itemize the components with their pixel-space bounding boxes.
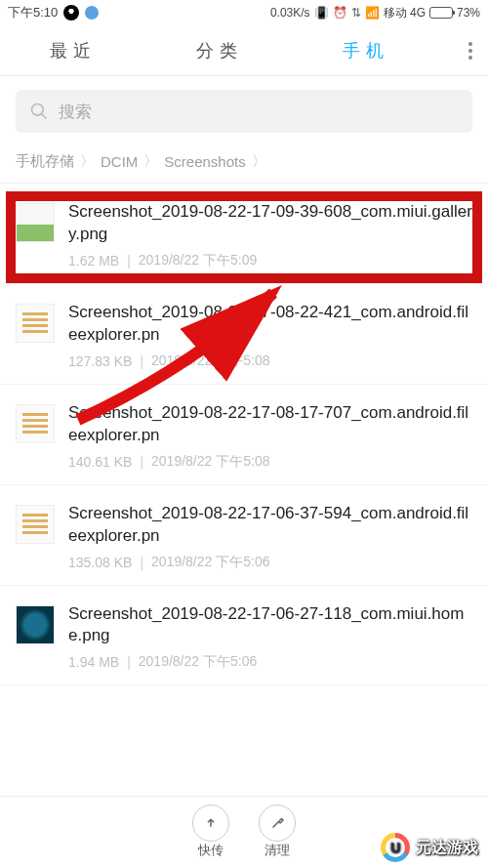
file-meta: 127.83 KB|2019/8/22 下午5:08	[68, 352, 472, 370]
file-size: 135.08 KB	[68, 555, 132, 570]
search-input[interactable]: 搜索	[16, 90, 472, 133]
app-notif-icon	[85, 6, 99, 20]
separator: |	[140, 555, 143, 570]
bottom-btn-label: 快传	[198, 842, 224, 859]
chevron-right-icon: 〉	[143, 152, 158, 171]
more-menu-icon[interactable]	[468, 42, 472, 60]
chevron-right-icon: 〉	[252, 152, 266, 171]
separator: |	[127, 253, 131, 269]
file-name: Screenshot_2019-08-22-17-06-37-594_com.a…	[68, 503, 472, 548]
qq-icon	[63, 5, 79, 21]
separator: |	[127, 654, 131, 670]
file-size: 1.62 MB	[68, 253, 119, 269]
vibrate-icon: 📳	[314, 6, 329, 20]
net-speed: 0.03K/s	[270, 6, 310, 20]
search-icon	[29, 102, 49, 121]
file-meta: 135.08 KB|2019/8/22 下午5:06	[68, 554, 472, 571]
watermark: 元达游戏	[381, 833, 478, 862]
carrier-label: 移动 4G	[384, 5, 426, 21]
bottom-btn-clean[interactable]: 清理	[259, 805, 296, 868]
tab-1[interactable]: 分类	[146, 39, 293, 62]
file-date: 2019/8/22 下午5:08	[151, 453, 269, 471]
svg-point-0	[32, 104, 44, 116]
status-bar: 下午5:10 0.03K/s 📳 ⏰ ⇅ 📶 移动 4G 73%	[0, 0, 488, 25]
file-size: 1.94 MB	[68, 654, 119, 670]
upload-icon	[192, 805, 229, 842]
file-date: 2019/8/22 下午5:09	[139, 252, 257, 269]
breadcrumb[interactable]: 手机存储 〉DCIM 〉Screenshots 〉	[0, 146, 488, 184]
file-meta: 140.61 KB|2019/8/22 下午5:08	[68, 453, 472, 471]
svg-line-1	[42, 114, 47, 119]
crumb-1[interactable]: DCIM	[101, 153, 138, 170]
file-thumbnail	[16, 203, 55, 242]
signal-icon: 📶	[365, 6, 380, 20]
clean-icon	[259, 805, 296, 842]
tab-2[interactable]: 手机	[293, 39, 439, 62]
file-name: Screenshot_2019-08-22-17-06-27-118_com.m…	[68, 603, 472, 648]
file-row[interactable]: Screenshot_2019-08-22-17-08-22-421_com.a…	[0, 284, 488, 385]
chevron-right-icon: 〉	[80, 152, 95, 171]
file-row[interactable]: Screenshot_2019-08-22-17-09-39-608_com.m…	[0, 184, 488, 284]
file-date: 2019/8/22 下午5:06	[151, 554, 269, 571]
status-time: 下午5:10	[8, 4, 58, 21]
file-thumbnail	[16, 404, 55, 443]
file-meta: 1.62 MB|2019/8/22 下午5:09	[68, 252, 472, 269]
battery-icon	[429, 7, 453, 19]
separator: |	[140, 353, 143, 369]
file-thumbnail	[16, 304, 55, 343]
file-thumbnail	[16, 605, 55, 644]
file-size: 127.83 KB	[68, 353, 132, 369]
alarm-icon: ⏰	[333, 6, 347, 20]
file-meta: 1.94 MB|2019/8/22 下午5:06	[68, 653, 472, 671]
separator: |	[140, 454, 143, 470]
watermark-logo-icon	[381, 833, 410, 862]
file-row[interactable]: Screenshot_2019-08-22-17-06-27-118_com.m…	[0, 586, 488, 686]
watermark-text: 元达游戏	[416, 838, 478, 858]
file-name: Screenshot_2019-08-22-17-08-22-421_com.a…	[68, 302, 472, 347]
crumb-0[interactable]: 手机存储	[16, 152, 74, 171]
file-thumbnail	[16, 505, 55, 544]
tabs: 最近分类手机	[0, 25, 488, 76]
data-arrows-icon: ⇅	[351, 6, 361, 20]
tab-0[interactable]: 最近	[0, 39, 146, 62]
file-name: Screenshot_2019-08-22-17-08-17-707_com.a…	[68, 402, 472, 447]
battery-pct: 73%	[457, 6, 480, 20]
file-row[interactable]: Screenshot_2019-08-22-17-08-17-707_com.a…	[0, 385, 488, 485]
file-size: 140.61 KB	[68, 454, 132, 470]
file-date: 2019/8/22 下午5:06	[139, 653, 257, 671]
search-placeholder: 搜索	[59, 101, 92, 123]
file-date: 2019/8/22 下午5:08	[151, 352, 269, 370]
file-row[interactable]: Screenshot_2019-08-22-17-06-37-594_com.a…	[0, 485, 488, 586]
file-list: Screenshot_2019-08-22-17-09-39-608_com.m…	[0, 184, 488, 685]
bottom-btn-label: 清理	[264, 842, 290, 859]
crumb-2[interactable]: Screenshots	[164, 153, 245, 170]
file-name: Screenshot_2019-08-22-17-09-39-608_com.m…	[68, 201, 472, 246]
bottom-btn-upload[interactable]: 快传	[192, 805, 229, 868]
